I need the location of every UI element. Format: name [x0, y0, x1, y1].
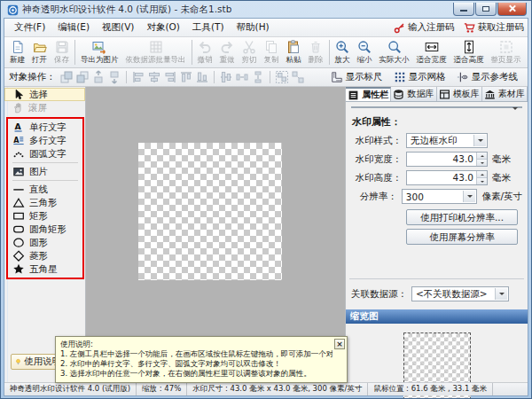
status-app-name: 神奇透明水印设计软件 4.0 (试用版)	[4, 383, 137, 395]
tool-image[interactable]: 图片	[8, 165, 82, 178]
menu-object[interactable]: 对象(O)	[140, 20, 185, 35]
dropdown-arrow-icon	[463, 191, 475, 202]
app-window: 神奇透明水印设计软件 4.0 (试用版) - 未命名1.stb 文件(F) 编辑…	[0, 0, 532, 399]
tool-star[interactable]: 五角星	[8, 262, 82, 276]
bring-to-front-icon	[59, 70, 74, 84]
close-icon	[508, 4, 516, 12]
tool-line[interactable]: 直线	[8, 183, 82, 196]
batch-export-icon	[149, 40, 163, 54]
tool-rounded-rectangle[interactable]: 圆角矩形	[8, 223, 82, 236]
single-line-text-icon: A	[12, 121, 25, 133]
full-page-button: 整页显示	[488, 37, 525, 67]
menu-help[interactable]: 帮助(H)	[231, 20, 276, 35]
batch-export-button: 依数据源批量导出	[122, 37, 190, 67]
redo-button: 重做	[216, 37, 239, 67]
menu-tools[interactable]: 工具(T)	[186, 20, 231, 35]
tool-single-line-text[interactable]: A 单行文字	[8, 121, 82, 134]
enter-register-code-label: 输入注册码	[408, 21, 455, 34]
title-bar[interactable]: 神奇透明水印设计软件 4.0 (试用版) - 未命名1.stb	[4, 1, 528, 18]
watermark-style-dropdown[interactable]: 无边框水印	[406, 133, 488, 148]
zoom-in-icon	[335, 40, 349, 54]
status-watermark-size: 水印尺寸 : 43.0 毫米 x 43.0 毫米, 300 像素/英寸	[187, 383, 368, 395]
undo-icon	[198, 40, 212, 54]
actual-size-button[interactable]: 实际大小	[376, 37, 413, 67]
zoom-in-button[interactable]: 放大	[332, 37, 354, 67]
menu-bar: 文件(F) 编辑(E) 视图(V) 对象(O) 工具(T) 帮助(H) 输入注册…	[4, 19, 528, 37]
tool-multi-line-text[interactable]: A 多行文字	[8, 134, 82, 147]
star-icon	[12, 263, 25, 275]
thumbnail-header: 缩览图	[346, 309, 528, 324]
fit-height-button[interactable]: 适合高度	[450, 37, 488, 67]
maximize-button[interactable]	[475, 3, 497, 16]
move-layer-down-icon	[107, 70, 121, 84]
open-folder-icon	[33, 40, 47, 54]
minimize-button[interactable]	[453, 3, 474, 16]
triangle-icon	[12, 197, 25, 208]
properties-panel: 属性栏 数据库 模板库 素材库	[345, 87, 528, 382]
zoom-out-button[interactable]: 缩小	[354, 37, 376, 67]
tab-properties[interactable]: 属性栏	[346, 87, 391, 101]
enter-register-code-link[interactable]: 输入注册码	[394, 21, 455, 34]
height-stepper[interactable]: 43.0	[406, 170, 488, 185]
width-increase-button[interactable]	[477, 153, 487, 160]
object-selector-dropdown[interactable]	[351, 106, 522, 108]
line-icon	[12, 184, 25, 195]
cart-icon	[464, 22, 475, 34]
object-ops-label: 对象操作：	[9, 71, 56, 83]
export-image-button[interactable]: 导出为图片	[77, 37, 122, 67]
main-toolbar: 新建 打开 保存 导出为图片 依数据源批量导出 撤销 重做 剪切 复制 粘贴 删…	[4, 37, 528, 68]
height-label: 水印高度：	[351, 172, 406, 184]
tool-arc-text[interactable]: 圆弧文字	[8, 147, 82, 160]
tab-materials[interactable]: 素材库	[482, 87, 528, 101]
use-printer-dpi-button[interactable]: 使用打印机分辨率...	[406, 209, 518, 225]
dpi-label: 分辨率：	[351, 191, 402, 203]
datasource-dropdown[interactable]: <不关联数据源>	[411, 286, 509, 301]
tooltip-close-button[interactable]: ×	[334, 339, 345, 349]
close-button[interactable]	[497, 3, 527, 16]
image-icon	[12, 166, 25, 177]
use-screen-dpi-button[interactable]: 使用屏幕分辨率	[406, 229, 518, 245]
guides-icon	[457, 71, 469, 83]
tool-circle[interactable]: 圆形	[8, 236, 82, 249]
get-register-code-link[interactable]: 获取注册码	[464, 21, 525, 34]
paste-button[interactable]: 粘贴	[283, 37, 305, 67]
template-icon	[439, 89, 450, 100]
menu-file[interactable]: 文件(F)	[8, 20, 51, 35]
fit-width-button[interactable]: 适合宽度	[413, 37, 450, 67]
minimize-icon	[460, 10, 467, 12]
dropdown-arrow-icon	[495, 288, 507, 300]
tooltip-title: 使用说明:	[60, 340, 332, 349]
show-guides-button[interactable]: 显示参考线	[451, 69, 524, 85]
maximize-icon	[482, 6, 489, 12]
width-decrease-button[interactable]	[477, 160, 487, 166]
undo-button: 撤销	[194, 37, 216, 67]
lightbulb-icon	[15, 356, 21, 368]
group-icon	[275, 70, 289, 84]
trash-icon	[309, 40, 323, 54]
status-zoom-level: 缩放 : 47%	[137, 383, 187, 395]
tool-triangle[interactable]: 三角形	[8, 196, 82, 209]
height-increase-button[interactable]	[477, 171, 487, 178]
ruler-icon	[331, 71, 343, 83]
height-decrease-button[interactable]	[477, 178, 487, 184]
width-stepper[interactable]: 43.0	[406, 152, 488, 167]
show-ruler-button[interactable]: 显示标尺	[325, 69, 388, 85]
new-button[interactable]: 新建	[6, 37, 28, 67]
tab-templates[interactable]: 模板库	[437, 87, 482, 101]
tab-database[interactable]: 数据库	[391, 87, 436, 101]
show-grid-button[interactable]: 显示网格	[388, 69, 451, 85]
save-icon	[55, 40, 69, 54]
open-button[interactable]: 打开	[28, 37, 51, 67]
watermark-artboard[interactable]	[138, 143, 282, 280]
redo-icon	[220, 40, 234, 54]
menu-edit[interactable]: 编辑(E)	[51, 20, 96, 35]
database-icon	[393, 89, 404, 100]
width-label: 水印宽度：	[351, 153, 406, 166]
tool-rectangle[interactable]: 矩形	[8, 209, 82, 223]
scissors-icon	[242, 40, 256, 54]
menu-view[interactable]: 视图(V)	[96, 20, 140, 35]
tool-select[interactable]: 选择	[4, 88, 85, 101]
highlighted-tool-group: A 单行文字 A 多行文字 圆弧文字 图片	[6, 117, 84, 279]
dpi-dropdown[interactable]: 300	[402, 189, 478, 204]
tool-diamond[interactable]: 菱形	[8, 249, 82, 262]
